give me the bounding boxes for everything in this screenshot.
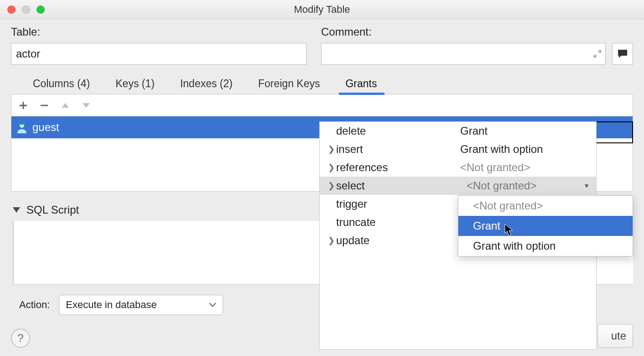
expand-arrow-icon[interactable]: ❯ [326,181,336,191]
tab-foreign-keys[interactable]: Foreign Keys [256,75,322,94]
action-label: Action: [19,299,50,311]
comment-label: Comment: [321,26,633,38]
expand-arrow-icon[interactable]: ❯ [326,162,336,173]
remove-button[interactable] [40,101,49,110]
grant-value-dropdown: <Not granted> Grant Grant with option [458,195,633,257]
add-button[interactable] [19,101,28,110]
permission-name: trigger [336,198,460,210]
permission-value-dropdown[interactable]: <Not granted> ▼ [460,179,596,192]
dropdown-option-not-granted[interactable]: <Not granted> [458,196,633,216]
permission-value-text: <Not granted> [467,179,536,192]
dropdown-option-grant-with-option[interactable]: Grant with option [458,236,633,256]
permission-name: references [336,161,460,174]
grants-user-name: guest [32,121,59,134]
permission-name: update [336,234,460,247]
table-field-group: Table: [11,26,306,65]
permission-name: delete [336,125,460,137]
disclosure-triangle-icon [13,207,20,213]
expand-icon[interactable] [593,50,602,58]
titlebar: Modify Table [0,0,644,19]
tab-columns[interactable]: Columns (4) [31,75,92,94]
dropdown-option-grant[interactable]: Grant [458,216,633,236]
window-controls [7,5,45,14]
sql-script-title: SQL Script [26,204,79,216]
comment-input[interactable] [321,43,606,65]
permission-row-insert[interactable]: ❯ insert Grant with option [320,140,596,158]
execute-button[interactable]: ute [597,324,633,348]
permission-name: insert [336,143,460,156]
permission-row-select[interactable]: ❯ select <Not granted> ▼ [320,177,596,195]
permission-name: truncate [336,216,460,229]
minimize-window-button[interactable] [22,5,30,14]
execute-button-label-fragment: ute [611,330,626,342]
permission-name: select [336,179,460,192]
tab-keys[interactable]: Keys (1) [114,75,156,94]
move-down-button[interactable] [82,102,91,109]
expand-arrow-icon[interactable]: ❯ [326,236,336,246]
help-button[interactable]: ? [11,329,30,348]
grants-toolbar [11,94,633,116]
table-name-input[interactable] [11,43,306,65]
window-title: Modify Table [0,4,644,16]
chevron-down-icon: ▼ [583,182,590,189]
permission-value[interactable]: <Not granted> [460,161,596,174]
move-up-button[interactable] [61,102,70,109]
tab-grants[interactable]: Grants [343,75,379,94]
tab-bar: Columns (4) Keys (1) Indexes (2) Foreign… [11,75,633,94]
table-label: Table: [11,26,306,38]
mouse-cursor-icon [504,224,514,236]
action-selected: Execute in database [66,299,156,311]
tab-indexes[interactable]: Indexes (2) [178,75,234,94]
permission-value[interactable]: Grant with option [460,143,596,156]
zoom-window-button[interactable] [36,5,45,14]
comment-popup-button[interactable] [612,43,633,65]
expand-arrow-icon[interactable]: ❯ [326,144,336,154]
user-icon [16,121,28,133]
permission-row-references[interactable]: ❯ references <Not granted> [320,158,596,177]
permission-row-delete[interactable]: delete Grant [320,122,596,140]
action-combobox[interactable]: Execute in database [59,295,223,315]
close-window-button[interactable] [7,5,16,14]
permission-value[interactable]: Grant [460,125,596,137]
comment-field-group: Comment: [321,26,633,65]
svg-rect-1 [19,123,25,125]
header-row: Table: Comment: [11,26,633,65]
chevron-down-icon [209,303,216,307]
